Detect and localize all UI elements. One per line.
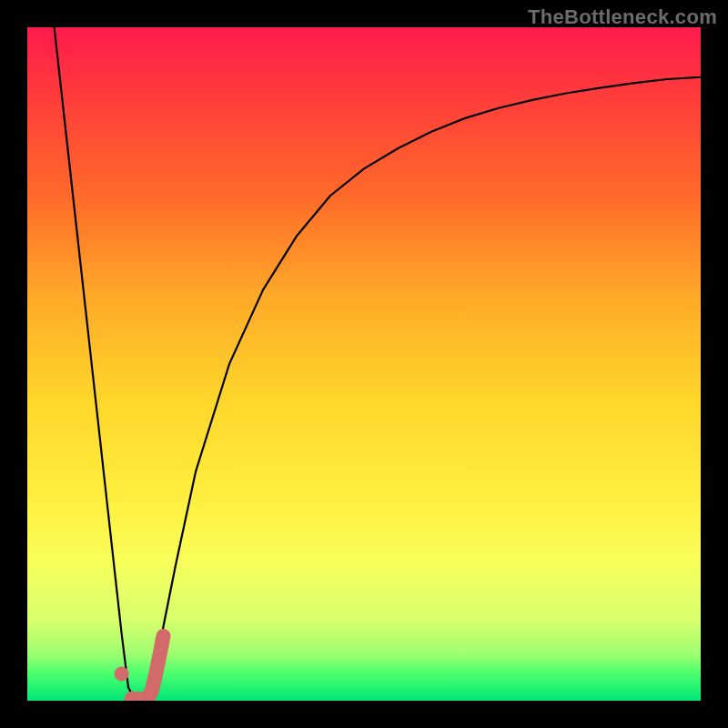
plot-area: [27, 27, 701, 701]
chart-frame: TheBottleneck.com: [0, 0, 728, 728]
bottleneck-curve: [55, 27, 701, 701]
chart-svg: [27, 27, 701, 701]
watermark-label: TheBottleneck.com: [528, 5, 717, 29]
current-config-marker: [115, 666, 129, 681]
recommended-sweep: [132, 636, 164, 700]
